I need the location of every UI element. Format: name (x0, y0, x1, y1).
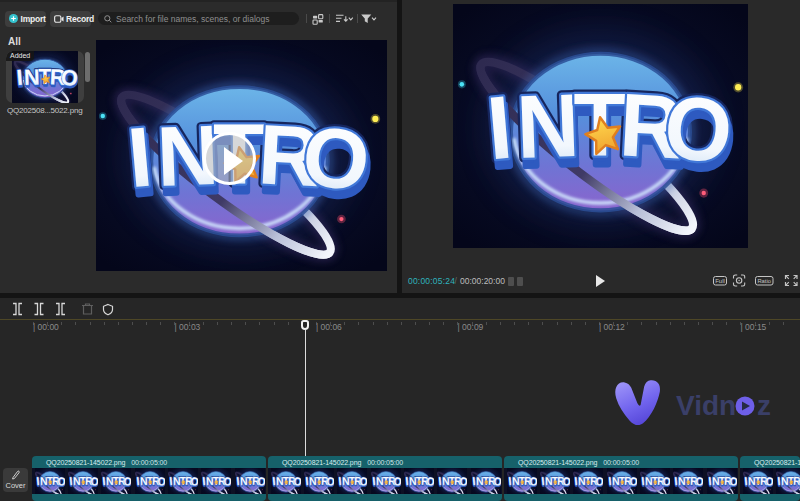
svg-text:Full: Full (715, 278, 725, 284)
svg-text:Vidn: Vidn (676, 390, 736, 421)
svg-text:Ratio: Ratio (757, 278, 771, 284)
svg-text:z: z (757, 390, 771, 421)
